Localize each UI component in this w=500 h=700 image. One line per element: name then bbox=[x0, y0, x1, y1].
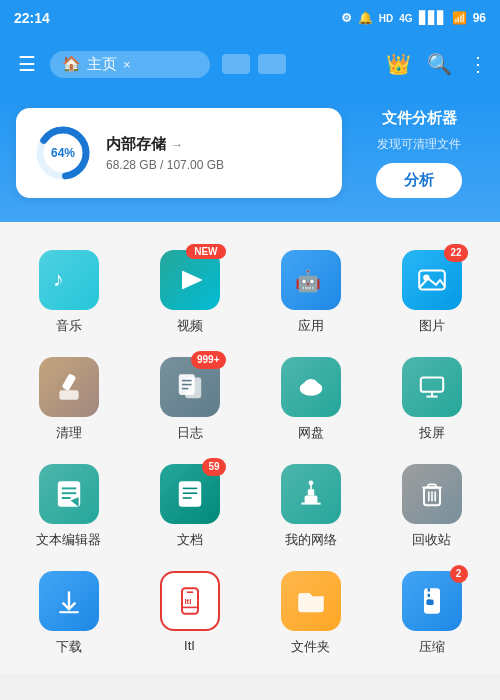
analyze-button[interactable]: 分析 bbox=[376, 163, 462, 198]
grid-item-video[interactable]: NEW 视频 bbox=[129, 238, 250, 345]
tab-thumb-1[interactable] bbox=[222, 54, 250, 74]
zip-icon-wrap: 2 bbox=[402, 571, 462, 631]
grid-item-net[interactable]: 我的网络 bbox=[250, 452, 371, 559]
search-button[interactable]: 🔍 bbox=[427, 52, 452, 76]
home-icon: 🏠 bbox=[62, 55, 81, 73]
crown-button[interactable]: 👑 bbox=[386, 52, 411, 76]
status-icons: ⚙ 🔔 HD 4G ▋▋▋ 📶 96 bbox=[341, 11, 486, 25]
phone-icon-wrap: ItI bbox=[160, 571, 220, 631]
video-icon-wrap: NEW bbox=[160, 250, 220, 310]
photo-icon-wrap: 22 bbox=[402, 250, 462, 310]
text-label: 文本编辑器 bbox=[36, 531, 101, 549]
cast-icon-wrap bbox=[402, 357, 462, 417]
trash-label: 回收站 bbox=[412, 531, 451, 549]
download-icon bbox=[53, 585, 85, 617]
folder-label: 文件夹 bbox=[291, 638, 330, 656]
hd-icon: HD bbox=[379, 13, 393, 24]
hero-section: 64% 内部存储 → 68.28 GB / 107.00 GB 文件分析器 发现… bbox=[0, 92, 500, 222]
music-label: 音乐 bbox=[56, 317, 82, 335]
badge-count: 59 bbox=[202, 458, 225, 476]
svg-rect-31 bbox=[307, 489, 313, 495]
badge-count: 999+ bbox=[191, 351, 226, 369]
cloud-icon bbox=[295, 371, 327, 403]
more-button[interactable]: ⋮ bbox=[468, 52, 488, 76]
app-grid-area: ♪ 音乐 NEW 视频 🤖 应用 22 图片 bbox=[0, 222, 500, 674]
net-icon-wrap bbox=[281, 464, 341, 524]
music-icon: ♪ bbox=[53, 264, 85, 296]
tab-close-button[interactable]: × bbox=[123, 57, 131, 72]
analyzer-subtitle: 发现可清理文件 bbox=[377, 136, 461, 153]
storage-donut: 64% bbox=[34, 124, 92, 182]
doc-icon-wrap: 59 bbox=[160, 464, 220, 524]
storage-arrow-icon: → bbox=[170, 137, 183, 152]
net-label: 我的网络 bbox=[285, 531, 337, 549]
status-time: 22:14 bbox=[14, 10, 50, 26]
tab-thumb-2[interactable] bbox=[258, 54, 286, 74]
cast-label: 投屏 bbox=[419, 424, 445, 442]
app-label: 应用 bbox=[298, 317, 324, 335]
doc-label: 文档 bbox=[177, 531, 203, 549]
storage-info: 内部存储 → 68.28 GB / 107.00 GB bbox=[106, 135, 224, 172]
app-icon-wrap: 🤖 bbox=[281, 250, 341, 310]
grid-item-doc[interactable]: 59 文档 bbox=[129, 452, 250, 559]
grid-item-folder[interactable]: 文件夹 bbox=[250, 559, 371, 666]
svg-text:🤖: 🤖 bbox=[295, 268, 321, 294]
storage-percent: 64% bbox=[51, 146, 75, 160]
settings-icon: ⚙ bbox=[341, 11, 352, 25]
storage-card[interactable]: 64% 内部存储 → 68.28 GB / 107.00 GB bbox=[16, 108, 342, 198]
signal-4g-icon: 4G bbox=[399, 13, 412, 24]
svg-rect-7 bbox=[61, 373, 76, 391]
grid-item-download[interactable]: 下载 bbox=[8, 559, 129, 666]
cast-icon bbox=[416, 371, 448, 403]
trash-icon-wrap bbox=[402, 464, 462, 524]
grid-item-cast[interactable]: 投屏 bbox=[371, 345, 492, 452]
grid-item-cloud[interactable]: 网盘 bbox=[250, 345, 371, 452]
svg-text:♪: ♪ bbox=[53, 267, 63, 290]
grid-item-zip[interactable]: 2 压缩 bbox=[371, 559, 492, 666]
net-icon bbox=[295, 478, 327, 510]
analyzer-card: 文件分析器 发现可清理文件 分析 bbox=[354, 108, 484, 198]
grid-item-app[interactable]: 🤖 应用 bbox=[250, 238, 371, 345]
photo-icon bbox=[416, 264, 448, 296]
grid-item-log[interactable]: 999+ 日志 bbox=[129, 345, 250, 452]
download-icon-wrap bbox=[39, 571, 99, 631]
status-bar: 22:14 ⚙ 🔔 HD 4G ▋▋▋ 📶 96 bbox=[0, 0, 500, 36]
log-icon bbox=[174, 371, 206, 403]
tab-pill[interactable]: 🏠 主页 × bbox=[50, 51, 210, 78]
text-icon-wrap bbox=[39, 464, 99, 524]
tab-thumbnails bbox=[222, 54, 286, 74]
grid-item-clean[interactable]: 清理 bbox=[8, 345, 129, 452]
grid-item-photo[interactable]: 22 图片 bbox=[371, 238, 492, 345]
grid-item-music[interactable]: ♪ 音乐 bbox=[8, 238, 129, 345]
grid-item-text[interactable]: 文本编辑器 bbox=[8, 452, 129, 559]
notification-icon: 🔔 bbox=[358, 11, 373, 25]
menu-button[interactable]: ☰ bbox=[12, 46, 42, 82]
cloud-icon-wrap bbox=[281, 357, 341, 417]
battery-icon: 96 bbox=[473, 11, 486, 25]
storage-title: 内部存储 → bbox=[106, 135, 224, 154]
toolbar: ☰ 🏠 主页 × 👑 🔍 ⋮ bbox=[0, 36, 500, 92]
download-label: 下载 bbox=[56, 638, 82, 656]
grid-item-trash[interactable]: 回收站 bbox=[371, 452, 492, 559]
phone-label: ItI bbox=[184, 638, 195, 653]
analyzer-title: 文件分析器 bbox=[382, 109, 457, 128]
svg-marker-3 bbox=[182, 270, 203, 289]
badge-count: 22 bbox=[444, 244, 467, 262]
grid-item-phone[interactable]: ItI ItI bbox=[129, 559, 250, 666]
photo-label: 图片 bbox=[419, 317, 445, 335]
storage-usage: 68.28 GB / 107.00 GB bbox=[106, 158, 224, 172]
app-icon: 🤖 bbox=[295, 264, 327, 296]
svg-rect-8 bbox=[59, 390, 78, 400]
cloud-label: 网盘 bbox=[298, 424, 324, 442]
svg-rect-18 bbox=[420, 377, 442, 391]
doc-icon bbox=[174, 478, 206, 510]
svg-point-33 bbox=[308, 480, 313, 485]
tab-label: 主页 bbox=[87, 55, 117, 74]
phone-icon: ItI bbox=[174, 585, 206, 617]
svg-rect-48 bbox=[426, 599, 433, 605]
zip-icon bbox=[416, 585, 448, 617]
svg-point-17 bbox=[303, 379, 317, 392]
wifi-icon: 📶 bbox=[452, 11, 467, 25]
text-icon bbox=[53, 478, 85, 510]
video-label: 视频 bbox=[177, 317, 203, 335]
